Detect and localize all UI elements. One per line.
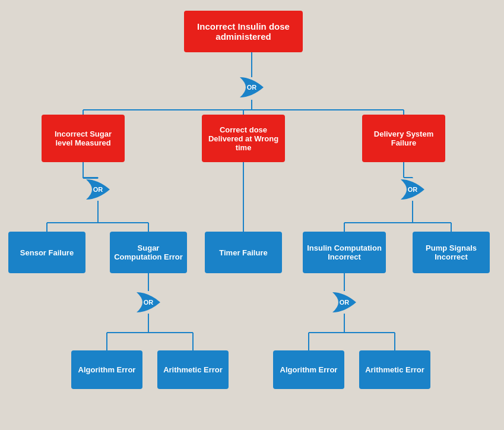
or-gate-1: OR [237, 76, 266, 99]
node-delivery-system-failure: Delivery System Failure [362, 115, 445, 162]
fault-tree-diagram: Incorrect Insulin dose administered OR I… [0, 0, 504, 430]
node-algorithm-error-2: Algorithm Error [273, 350, 344, 389]
node-pump-signals-incorrect: Pump Signals Incorrect [413, 232, 490, 273]
node-insulin-computation-incorrect: Insulin Computation Incorrect [303, 232, 386, 273]
svg-line-9 [83, 162, 98, 178]
or-gate-5: OR [330, 291, 359, 314]
or-gate-2: OR [84, 178, 112, 201]
or-gate-3: OR [398, 178, 427, 201]
or-gate-4: OR [134, 291, 163, 314]
node-arithmetic-error-2: Arithmetic Error [359, 350, 430, 389]
node-sensor-failure: Sensor Failure [8, 232, 85, 273]
node-incorrect-sugar: Incorrect Sugar level Measured [42, 115, 125, 162]
node-arithmetic-error-1: Arithmetic Error [157, 350, 229, 389]
node-sugar-computation-error: Sugar Computation Error [110, 232, 187, 273]
node-algorithm-error-1: Algorithm Error [71, 350, 142, 389]
node-correct-dose-wrong-time: Correct dose Delivered at Wrong time [202, 115, 285, 162]
node-timer-failure: Timer Failure [205, 232, 282, 273]
root-node: Incorrect Insulin dose administered [184, 11, 303, 52]
